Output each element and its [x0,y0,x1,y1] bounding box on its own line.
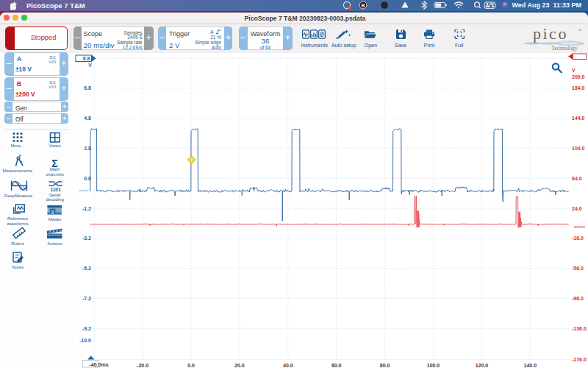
svg-text:-136.0: -136.0 [572,326,587,331]
svg-text:184.0: 184.0 [572,85,585,91]
svg-text:140.0: 140.0 [524,363,537,368]
svg-text:100.0: 100.0 [427,363,440,368]
svg-text:20.0: 20.0 [234,363,245,368]
svg-text:-7.2: -7.2 [82,296,91,301]
svg-text:64.0: 64.0 [572,176,582,181]
svg-text:pico: pico [533,27,568,43]
svg-text:B: B [361,3,365,8]
svg-text:60.0: 60.0 [331,363,342,368]
svg-text:®: ® [578,28,582,32]
svg-text:-20.0: -20.0 [137,363,148,368]
svg-text:4.8: 4.8 [84,116,91,121]
svg-text:-10.0: -10.0 [79,338,91,343]
svg-text:104.0: 104.0 [572,146,585,151]
svg-text:Rulers: Rulers [11,241,24,246]
svg-text:More...: More... [11,143,25,148]
svg-text:-40.0ms: -40.0ms [90,362,109,367]
svg-text:-16.0: -16.0 [572,236,584,241]
svg-text:80.0: 80.0 [380,363,390,368]
svg-text:V: V [572,68,576,73]
svg-text:channels: channels [46,171,63,177]
svg-text:8.8: 8.8 [83,56,90,61]
svg-text:Views: Views [49,143,60,148]
svg-text:40.0: 40.0 [283,363,293,368]
svg-text:-5.2: -5.2 [82,266,91,271]
svg-text:-1.2: -1.2 [82,206,91,211]
svg-text:144.0: 144.0 [572,116,585,121]
svg-text:120.0: 120.0 [476,363,489,368]
svg-text:1101: 1101 [50,187,60,192]
svg-text:-9.2: -9.2 [82,326,91,331]
svg-text:decoding: decoding [46,197,64,202]
svg-text:0.0: 0.0 [187,363,195,368]
svg-text:200.0: 200.0 [572,74,585,79]
svg-text:Measurements: Measurements [3,168,32,173]
svg-text:-176.0: -176.0 [572,357,587,362]
svg-text:Masks: Masks [49,216,62,222]
svg-text:Notes: Notes [12,264,24,269]
svg-text:6.8: 6.8 [84,85,91,91]
svg-text:-3.2: -3.2 [82,236,91,241]
svg-text:Actions: Actions [48,241,62,246]
svg-text:24.0: 24.0 [572,206,582,211]
svg-text:waveforms: waveforms [6,221,28,226]
svg-text:-96.0: -96.0 [572,296,584,301]
svg-text:-56.0: -56.0 [572,266,584,271]
svg-text:V: V [88,63,92,68]
svg-text:DeepMeasure: DeepMeasure [4,193,33,198]
